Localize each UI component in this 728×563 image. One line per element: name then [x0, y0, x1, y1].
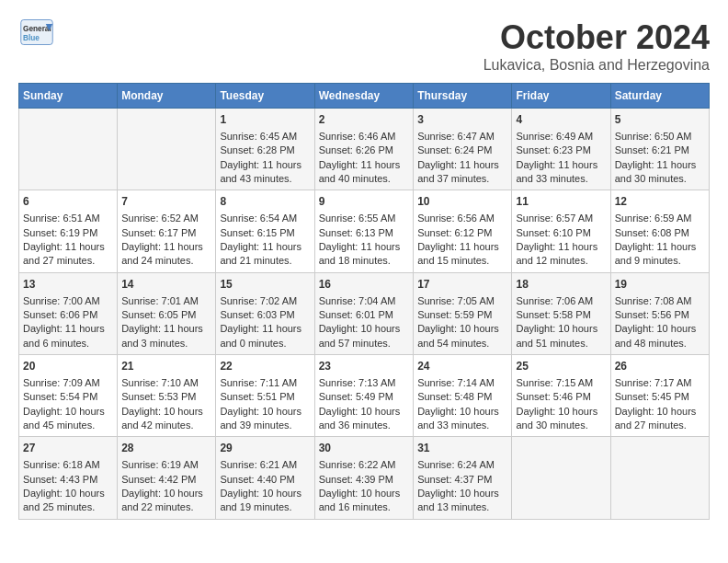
sunset-text: Sunset: 5:45 PM	[615, 391, 689, 402]
day-number: 17	[417, 277, 507, 293]
daylight-text: Daylight: 10 hours and 16 minutes.	[319, 488, 401, 512]
daylight-text: Daylight: 11 hours and 33 minutes.	[516, 159, 597, 184]
day-number: 24	[417, 359, 507, 374]
day-number: 25	[516, 359, 606, 374]
sunrise-text: Sunrise: 6:19 AM	[121, 459, 199, 470]
daylight-text: Daylight: 11 hours and 40 minutes.	[319, 159, 401, 184]
day-number: 7	[121, 194, 211, 210]
calendar-cell	[19, 109, 118, 190]
calendar-cell: 11Sunrise: 6:57 AMSunset: 6:10 PMDayligh…	[512, 190, 610, 272]
day-number: 28	[121, 441, 211, 456]
sunset-text: Sunset: 4:37 PM	[417, 474, 492, 485]
daylight-text: Daylight: 10 hours and 42 minutes.	[121, 406, 203, 431]
logo: General Blue	[18, 18, 59, 46]
sunset-text: Sunset: 6:03 PM	[220, 309, 294, 320]
daylight-text: Daylight: 10 hours and 36 minutes.	[319, 406, 401, 431]
calendar-cell: 1Sunrise: 6:45 AMSunset: 6:28 PMDaylight…	[216, 109, 314, 190]
sunset-text: Sunset: 6:06 PM	[23, 309, 97, 320]
calendar-cell: 12Sunrise: 6:59 AMSunset: 6:08 PMDayligh…	[610, 190, 709, 272]
sunrise-text: Sunrise: 7:13 AM	[319, 377, 396, 388]
sunrise-text: Sunrise: 7:05 AM	[417, 295, 495, 306]
sunset-text: Sunset: 6:12 PM	[417, 227, 492, 238]
calendar-cell: 5Sunrise: 6:50 AMSunset: 6:21 PMDaylight…	[610, 109, 709, 190]
calendar-cell: 13Sunrise: 7:00 AMSunset: 6:06 PMDayligh…	[19, 272, 118, 354]
sunset-text: Sunset: 5:54 PM	[23, 391, 97, 402]
weekday-header-sunday: Sunday	[19, 84, 118, 109]
title-section: October 2024 Lukavica, Bosnia and Herzeg…	[483, 18, 710, 74]
day-number: 31	[417, 441, 507, 456]
calendar-cell: 21Sunrise: 7:10 AMSunset: 5:53 PMDayligh…	[118, 355, 216, 437]
sunset-text: Sunset: 5:58 PM	[516, 309, 590, 320]
sunrise-text: Sunrise: 7:09 AM	[23, 377, 100, 388]
sunrise-text: Sunrise: 7:04 AM	[319, 295, 396, 306]
daylight-text: Daylight: 11 hours and 30 minutes.	[615, 159, 697, 184]
day-number: 29	[220, 441, 310, 456]
calendar-cell: 8Sunrise: 6:54 AMSunset: 6:15 PMDaylight…	[216, 190, 314, 272]
calendar-header-row: SundayMondayTuesdayWednesdayThursdayFrid…	[19, 84, 710, 109]
day-number: 6	[23, 194, 113, 210]
daylight-text: Daylight: 10 hours and 48 minutes.	[615, 323, 697, 348]
daylight-text: Daylight: 11 hours and 21 minutes.	[220, 241, 301, 266]
calendar-cell	[118, 109, 216, 190]
sunrise-text: Sunrise: 6:54 AM	[220, 213, 297, 224]
weekday-header-wednesday: Wednesday	[314, 84, 414, 109]
sunrise-text: Sunrise: 6:49 AM	[516, 131, 593, 142]
day-number: 22	[220, 359, 310, 374]
sunset-text: Sunset: 4:42 PM	[121, 474, 196, 485]
daylight-text: Daylight: 10 hours and 30 minutes.	[516, 406, 597, 431]
sunrise-text: Sunrise: 7:14 AM	[417, 377, 495, 388]
sunset-text: Sunset: 6:23 PM	[516, 144, 590, 155]
calendar-cell: 25Sunrise: 7:15 AMSunset: 5:46 PMDayligh…	[512, 355, 610, 437]
calendar-cell: 27Sunrise: 6:18 AMSunset: 4:43 PMDayligh…	[19, 437, 118, 519]
sunset-text: Sunset: 4:43 PM	[23, 474, 97, 485]
day-number: 5	[615, 112, 705, 128]
sunrise-text: Sunrise: 7:02 AM	[220, 295, 297, 306]
daylight-text: Daylight: 10 hours and 33 minutes.	[417, 406, 499, 431]
calendar-cell	[610, 437, 709, 519]
calendar-cell: 31Sunrise: 6:24 AMSunset: 4:37 PMDayligh…	[414, 437, 512, 519]
sunrise-text: Sunrise: 6:18 AM	[23, 459, 100, 470]
calendar-cell: 18Sunrise: 7:06 AMSunset: 5:58 PMDayligh…	[512, 272, 610, 354]
sunset-text: Sunset: 5:51 PM	[220, 391, 294, 402]
sunrise-text: Sunrise: 7:17 AM	[615, 377, 692, 388]
sunset-text: Sunset: 6:15 PM	[220, 227, 294, 238]
daylight-text: Daylight: 10 hours and 19 minutes.	[220, 488, 301, 512]
day-number: 4	[516, 112, 606, 128]
day-number: 20	[23, 359, 113, 374]
svg-text:Blue: Blue	[23, 34, 40, 42]
calendar-cell: 23Sunrise: 7:13 AMSunset: 5:49 PMDayligh…	[314, 355, 414, 437]
daylight-text: Daylight: 10 hours and 22 minutes.	[121, 488, 203, 512]
sunrise-text: Sunrise: 6:50 AM	[615, 131, 692, 142]
sunrise-text: Sunrise: 7:00 AM	[23, 295, 100, 306]
month-title: October 2024	[483, 18, 710, 57]
day-number: 30	[319, 441, 410, 456]
daylight-text: Daylight: 11 hours and 37 minutes.	[417, 159, 499, 184]
logo-icon: General Blue	[18, 18, 55, 46]
sunset-text: Sunset: 5:48 PM	[417, 391, 492, 402]
calendar-cell: 19Sunrise: 7:08 AMSunset: 5:56 PMDayligh…	[610, 272, 709, 354]
calendar-cell: 26Sunrise: 7:17 AMSunset: 5:45 PMDayligh…	[610, 355, 709, 437]
day-number: 16	[319, 277, 410, 293]
weekday-header-tuesday: Tuesday	[216, 84, 314, 109]
day-number: 10	[417, 194, 507, 210]
calendar-cell: 17Sunrise: 7:05 AMSunset: 5:59 PMDayligh…	[414, 272, 512, 354]
sunrise-text: Sunrise: 6:45 AM	[220, 131, 297, 142]
sunrise-text: Sunrise: 7:11 AM	[220, 377, 297, 388]
sunrise-text: Sunrise: 6:22 AM	[319, 459, 396, 470]
daylight-text: Daylight: 10 hours and 27 minutes.	[615, 406, 697, 431]
calendar-cell: 16Sunrise: 7:04 AMSunset: 6:01 PMDayligh…	[314, 272, 414, 354]
daylight-text: Daylight: 11 hours and 0 minutes.	[220, 323, 301, 348]
calendar-cell: 9Sunrise: 6:55 AMSunset: 6:13 PMDaylight…	[314, 190, 414, 272]
sunset-text: Sunset: 5:59 PM	[417, 309, 492, 320]
calendar-week-1: 1Sunrise: 6:45 AMSunset: 6:28 PMDaylight…	[19, 109, 710, 190]
sunset-text: Sunset: 5:49 PM	[319, 391, 393, 402]
day-number: 18	[516, 277, 606, 293]
day-number: 9	[319, 194, 410, 210]
day-number: 23	[319, 359, 410, 374]
sunrise-text: Sunrise: 6:59 AM	[615, 213, 692, 224]
sunset-text: Sunset: 6:19 PM	[23, 227, 97, 238]
day-number: 2	[319, 112, 410, 128]
sunset-text: Sunset: 4:40 PM	[220, 474, 294, 485]
calendar-table: SundayMondayTuesdayWednesdayThursdayFrid…	[18, 83, 710, 520]
sunset-text: Sunset: 6:17 PM	[121, 227, 196, 238]
